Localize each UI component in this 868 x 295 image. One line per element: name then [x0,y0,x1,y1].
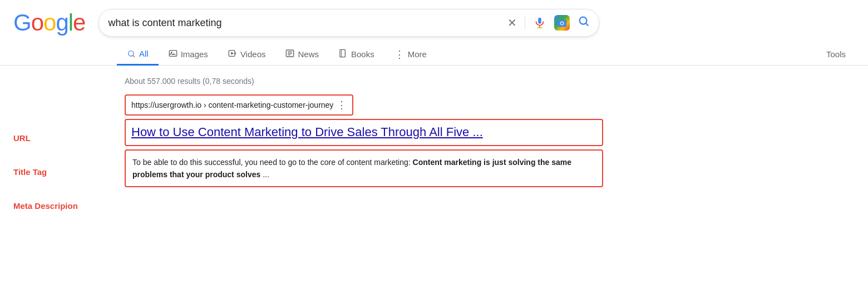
tab-videos-label: Videos [240,49,266,59]
url-options-icon[interactable]: ⋮ [337,99,347,111]
search-button-icon[interactable] [578,15,590,31]
more-tab-icon: ⋮ [394,49,405,59]
news-tab-icon [285,49,294,59]
results-area: URL Title Tag Meta Descripion About 557.… [0,66,868,217]
books-tab-icon [339,49,348,59]
title-tag-label: Title Tag [13,149,119,183]
tools-tab[interactable]: Tools [826,49,868,59]
results-count: About 557.000 results (0,78 seconds) [125,72,868,94]
tab-all-label: All [139,49,149,58]
videos-tab-icon [228,49,237,59]
result-title-link[interactable]: How to Use Content Marketing to Drive Sa… [131,125,483,139]
tab-videos[interactable]: Videos [218,43,276,65]
images-tab-icon [169,49,177,59]
search-divider [525,16,525,29]
svg-marker-11 [231,52,234,54]
svg-rect-7 [169,51,176,57]
tab-all[interactable]: All [117,43,159,66]
tab-images-label: Images [181,49,208,59]
results-content: About 557.000 results (0,78 seconds) htt… [119,72,868,217]
tab-news[interactable]: News [275,43,329,65]
svg-rect-0 [539,18,542,24]
mic-icon[interactable] [533,15,546,31]
svg-rect-16 [340,49,345,57]
url-label: URL [13,117,119,149]
all-tab-icon [127,49,136,58]
svg-marker-10 [235,52,236,54]
nav-tabs: All Images Videos News Books ⋮ More Tool… [0,37,868,66]
tab-more-label: More [408,49,427,59]
tab-news-label: News [298,49,319,59]
google-logo: Google [13,9,85,36]
svg-point-8 [171,52,172,53]
search-bar: ✕ [98,9,599,37]
clear-icon[interactable]: ✕ [507,16,517,29]
header: Google ✕ [0,0,868,37]
result-url[interactable]: https://usergrowth.io › content-marketin… [131,101,333,109]
camera-icon[interactable] [554,15,570,31]
result-card: https://usergrowth.io › content-marketin… [125,94,603,187]
search-input[interactable] [108,17,501,29]
title-box: How to Use Content Marketing to Drive Sa… [125,119,603,146]
tab-more[interactable]: ⋮ More [384,44,437,65]
url-box: https://usergrowth.io › content-marketin… [125,94,353,116]
description-box: To be able to do this successful, you ne… [125,149,603,188]
svg-rect-4 [560,19,564,21]
left-labels: URL Title Tag Meta Descripion [13,72,119,217]
search-icons: ✕ [507,15,590,31]
svg-point-3 [561,22,563,24]
meta-description-label: Meta Descripion [13,183,119,217]
tab-books[interactable]: Books [329,43,384,65]
tab-books-label: Books [351,49,374,59]
tab-images[interactable]: Images [159,43,218,65]
result-description: To be able to do this successful, you ne… [132,156,595,181]
